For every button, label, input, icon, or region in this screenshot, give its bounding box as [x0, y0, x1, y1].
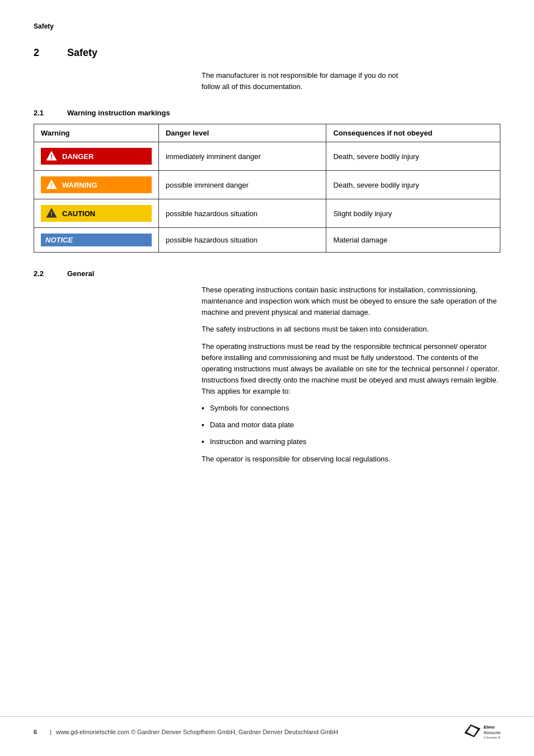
general-closing: The operator is responsible for observin… — [202, 454, 500, 465]
general-section: These operating instructions contain bas… — [34, 284, 500, 470]
subsection-2-2-number: 2.2 — [34, 269, 56, 278]
subsection-2-2-heading: General — [67, 269, 94, 278]
table-row: ! CAUTION possible hazardous situation S… — [34, 199, 500, 228]
subsection-2-1-heading: Warning instruction markings — [67, 109, 170, 117]
danger-level-cell-0: immediately imminent danger — [158, 142, 326, 171]
section-2-title: 2 Safety — [34, 47, 500, 59]
svg-text:Rietschle: Rietschle — [484, 731, 500, 735]
list-item: Data and motor data plate — [202, 419, 500, 432]
logo-top-text: Elmo Rietschle A Gardner Denver Brand — [461, 721, 500, 742]
danger-level-cell-2: possible hazardous situation — [158, 199, 326, 228]
footer-logo: Elmo Rietschle A Gardner Denver Brand — [461, 721, 500, 742]
danger-level-cell-1: possible imminent danger — [158, 171, 326, 199]
svg-text:!: ! — [50, 182, 53, 189]
general-left-spacer — [34, 284, 202, 470]
consequences-cell-3: Material damage — [326, 228, 500, 253]
col-consequences: Consequences if not obeyed — [326, 124, 500, 142]
warning-cell-notice: NOTICE — [34, 228, 159, 253]
danger-icon: ! — [45, 150, 58, 162]
danger-level-cell-3: possible hazardous situation — [158, 228, 326, 253]
footer-copyright: © Gardner Denver Schopfheim GmbH, Gardne… — [129, 729, 338, 735]
general-para-1: The safety instructions in all sections … — [202, 324, 500, 335]
consequences-cell-1: Death, severe bodily injury — [326, 171, 500, 199]
caution-label: CAUTION — [62, 209, 95, 218]
bullet-item-2: Instruction and warning plates — [210, 436, 307, 447]
notice-badge: NOTICE — [41, 234, 152, 246]
general-right-content: These operating instructions contain bas… — [202, 284, 500, 470]
footer-separator: | — [50, 729, 51, 735]
notice-label: NOTICE — [45, 236, 73, 244]
warning-table: Warning Danger level Consequences if not… — [34, 124, 500, 253]
svg-text:!: ! — [50, 153, 53, 160]
col-warning: Warning — [34, 124, 159, 142]
logo-svg: Elmo Rietschle A Gardner Denver Brand — [461, 721, 500, 741]
svg-text:Elmo: Elmo — [484, 725, 495, 730]
warning-cell-warning: ! WARNING — [34, 171, 159, 199]
danger-badge: ! DANGER — [41, 148, 152, 165]
footer-website: www.gd-elmorietschle.com — [56, 729, 129, 735]
warning-badge: ! WARNING — [41, 176, 152, 193]
caution-icon: ! — [45, 207, 58, 220]
general-para-2: The operating instructions must be read … — [202, 341, 500, 398]
svg-text:A Gardner Denver Brand: A Gardner Denver Brand — [483, 736, 500, 739]
warning-cell-danger: ! DANGER — [34, 142, 159, 171]
section-number: 2 — [34, 47, 56, 59]
bullet-item-0: Symbols for connections — [210, 403, 289, 414]
page-number: 6 — [34, 729, 37, 735]
header-label: Safety — [34, 22, 500, 30]
footer: 6 | www.gd-elmorietschle.com © Gardner D… — [0, 716, 534, 742]
caution-badge: ! CAUTION — [41, 205, 152, 222]
consequences-cell-0: Death, severe bodily injury — [326, 142, 500, 171]
warning-label: WARNING — [62, 181, 97, 189]
consequences-cell-2: Slight bodily injury — [326, 199, 500, 228]
section-heading: Safety — [67, 47, 97, 59]
warning-cell-caution: ! CAUTION — [34, 199, 159, 228]
subsection-2-1-number: 2.1 — [34, 109, 56, 117]
intro-text: The manufacturer is not responsible for … — [202, 70, 414, 92]
general-para-0: These operating instructions contain bas… — [202, 284, 500, 318]
warning-icon: ! — [45, 179, 58, 191]
svg-text:!: ! — [50, 211, 53, 217]
table-row: ! DANGER immediately imminent danger Dea… — [34, 142, 500, 171]
table-row: NOTICE possible hazardous situation Mate… — [34, 228, 500, 253]
danger-label: DANGER — [62, 152, 93, 161]
subsection-2-2-title: 2.2 General — [34, 269, 500, 278]
list-item: Instruction and warning plates — [202, 436, 500, 449]
bullet-item-1: Data and motor data plate — [210, 419, 294, 431]
bullet-list: Symbols for connections Data and motor d… — [202, 403, 500, 448]
col-danger-level: Danger level — [158, 124, 326, 142]
elmo-rietschle-logo: Elmo Rietschle A Gardner Denver Brand — [461, 721, 500, 742]
subsection-2-1-title: 2.1 Warning instruction markings — [34, 109, 500, 117]
table-row: ! WARNING possible imminent danger Death… — [34, 171, 500, 199]
list-item: Symbols for connections — [202, 403, 500, 415]
